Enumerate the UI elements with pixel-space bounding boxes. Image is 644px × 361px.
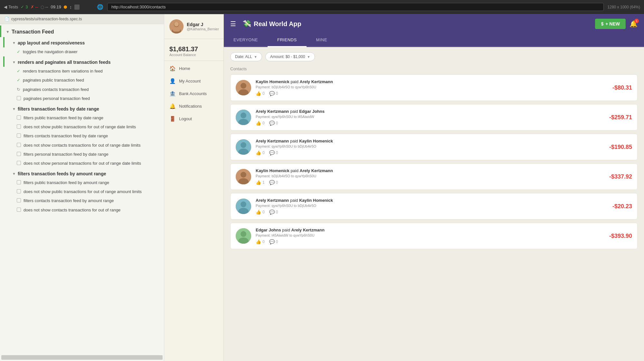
tx-like-5[interactable]: 👍 0: [256, 239, 265, 244]
transaction-item[interactable]: Arely Kertzmann paid Edgar Johns Payment…: [230, 104, 638, 131]
nav-item-logout[interactable]: 🚪 Logout: [164, 112, 223, 125]
tx-actions-3: 👍 1 💬 0: [256, 180, 605, 185]
test-item-no-show-public-date[interactable]: does not show public transactions for ou…: [0, 122, 164, 132]
stop-button[interactable]: [74, 5, 80, 10]
test-item-filter-personal-date[interactable]: filters personal transaction feed by dat…: [0, 150, 164, 159]
tab-everyone[interactable]: EVERYONE: [224, 34, 268, 46]
test-item-paginates-contacts[interactable]: ↻ paginates contacts transaction feed: [0, 85, 164, 94]
spin-icon: ↻: [17, 87, 20, 92]
date-filter-chevron: ▼: [254, 55, 257, 59]
tx-like-2[interactable]: 👍 0: [256, 150, 265, 155]
group2-header[interactable]: ▼ renders and paginates all transaction …: [5, 57, 115, 66]
group3-header[interactable]: ▼ filters transaction feeds by date rang…: [5, 104, 104, 113]
nav-item-notifications[interactable]: 🔔 Notifications: [164, 100, 223, 112]
group4-label: filters transaction feeds by amount rang…: [18, 171, 106, 176]
test-item-toggle-nav[interactable]: ✓ toggles the navigation drawer: [0, 47, 164, 56]
test-item-no-show-contacts-amount[interactable]: does not show contacts transactions for …: [0, 206, 164, 215]
like-icon: 👍: [256, 121, 261, 126]
hamburger-icon[interactable]: ☰: [230, 20, 236, 28]
test-item-paginates-public[interactable]: ✓ paginates public transaction feed: [0, 76, 164, 85]
test-item-paginates-personal[interactable]: paginates personal transaction feed: [0, 94, 164, 103]
comment-icon: 💬: [269, 180, 275, 185]
tx-actions-4: 👍 0 💬 0: [256, 210, 608, 215]
unchecked-box: [17, 198, 21, 202]
nav-item-home[interactable]: 🏠 Home: [164, 62, 223, 75]
nav-item-account[interactable]: 👤 My Account: [164, 75, 223, 87]
check-pass-icon: ✓: [17, 69, 20, 73]
tab-mine[interactable]: MINE: [307, 34, 337, 46]
svg-point-6: [241, 83, 246, 89]
top-bar-left: ◀ Tests ✓ 3 ✗ -- ◌ -- 09.19 ↕: [4, 5, 80, 10]
test-item-renders-variations[interactable]: ✓ renders transactions item variations i…: [0, 67, 164, 76]
transaction-item[interactable]: Arely Kertzmann paid Kaylin Homenick Pay…: [230, 193, 638, 220]
tx-comment-0[interactable]: 💬 0: [269, 91, 278, 96]
transaction-item[interactable]: Kaylin Homenick paid Arely Kertzmann Pay…: [230, 74, 638, 101]
test-group-app-layout: ▼ app layout and responsiveness ✓ toggle…: [0, 37, 164, 56]
test-item-filter-contacts-amount[interactable]: filters contacts transaction feed by amo…: [0, 196, 164, 205]
comment-count-4: 0: [276, 210, 278, 214]
test-item-filter-public-date[interactable]: filters public transaction feed by date …: [0, 113, 164, 122]
test-text: does not show public transactions for ou…: [24, 124, 136, 130]
unchecked-box: [17, 96, 21, 100]
tx-like-0[interactable]: 👍 0: [256, 91, 265, 96]
test-item-filter-contacts-date[interactable]: filters contacts transaction feed by dat…: [0, 132, 164, 141]
svg-rect-4: [173, 27, 180, 32]
back-button[interactable]: ◀ Tests: [4, 5, 18, 9]
tx-desc-2: Arely Kertzmann paid Kaylin Homenick: [256, 139, 605, 143]
transaction-item[interactable]: Kaylin Homenick paid Arely Kertzmann Pay…: [230, 163, 638, 190]
tab-friends[interactable]: FRIENDS: [268, 34, 307, 47]
group3-expand: ▼: [12, 107, 16, 111]
test-text: paginates contacts transaction feed: [23, 87, 89, 93]
horizontal-scrollbar[interactable]: [1, 355, 163, 360]
amount-filter-button[interactable]: Amount: $0 - $1,000 ▼: [265, 52, 315, 61]
app-sidebar: Edgar J @Katharina_Bernier $1,681.37 Acc…: [164, 14, 224, 361]
transaction-item[interactable]: Edgar Johns paid Arely Kertzmann Payment…: [230, 223, 638, 249]
test-item-no-show-public-amount[interactable]: does not show public transactions for ou…: [0, 187, 164, 196]
group1-header[interactable]: ▼ app layout and responsiveness: [5, 38, 89, 47]
tx-info-1: Arely Kertzmann paid Edgar Johns Payment…: [256, 109, 605, 126]
group2-label: renders and paginates all transaction fe…: [18, 60, 111, 65]
nav-item-bank[interactable]: 🏦 Bank Accounts: [164, 87, 223, 100]
tx-like-1[interactable]: 👍 0: [256, 121, 265, 126]
test-item-no-show-contacts-date[interactable]: does not show contacts transactions for …: [0, 141, 164, 150]
new-button[interactable]: $ + NEW: [595, 19, 626, 29]
tx-like-4[interactable]: 👍 0: [256, 210, 265, 215]
test-text: does not show contacts transactions for …: [24, 207, 120, 213]
tx-info-4: Arely Kertzmann paid Kaylin Homenick Pay…: [256, 198, 608, 215]
tx-comment-2[interactable]: 💬 0: [269, 150, 278, 155]
tx-comment-5[interactable]: 💬 0: [269, 239, 278, 244]
test-item-no-show-personal-date[interactable]: does not show personal transactions for …: [0, 159, 164, 168]
url-bar[interactable]: http://localhost:3000/contacts: [107, 3, 604, 11]
tx-amount-1: -$259.71: [609, 114, 632, 121]
tx-payment-3: Payment: bDjUb4ir5O to qywYp6hS0U: [256, 174, 605, 178]
amount-filter-label: Amount: $0 - $1,000: [270, 54, 305, 59]
notification-button[interactable]: 🔔 1: [630, 20, 638, 28]
unchecked-box: [17, 189, 21, 193]
test-list: ▼ Transaction Feed ▼ app layout and resp…: [0, 24, 164, 354]
group4-header[interactable]: ▼ filters transaction feeds by amount ra…: [5, 169, 111, 178]
suite-title[interactable]: ▼ Transaction Feed: [1, 26, 58, 37]
fail-count: ✗ --: [31, 5, 38, 9]
group1-expand: ▼: [12, 41, 16, 45]
transaction-item[interactable]: Arely Kertzmann paid Kaylin Homenick Pay…: [230, 134, 638, 160]
tx-comment-1[interactable]: 💬 0: [269, 121, 278, 126]
tx-desc-3: Kaylin Homenick paid Arely Kertzmann: [256, 168, 605, 173]
back-label: Tests: [8, 5, 18, 9]
tx-comment-3[interactable]: 💬 0: [269, 180, 278, 185]
tx-payment-1: Payment: qywYp6hS0U to l45AiwidW: [256, 115, 605, 119]
tx-avatar-1: [236, 110, 251, 125]
date-filter-button[interactable]: Date: ALL ▼: [230, 52, 262, 61]
comment-icon: 💬: [269, 150, 275, 155]
tab-bar: EVERYONE FRIENDS MINE: [224, 34, 644, 47]
balance-amount: $1,681.37: [169, 45, 218, 53]
tx-comment-4[interactable]: 💬 0: [269, 210, 278, 215]
tx-avatar-0: [236, 80, 251, 95]
tx-like-3[interactable]: 👍 1: [256, 180, 265, 185]
test-item-filter-public-amount[interactable]: filters public transaction feed by amoun…: [0, 178, 164, 187]
like-icon: 👍: [256, 239, 261, 244]
unchecked-box: [17, 152, 21, 156]
comment-icon: 💬: [269, 91, 275, 96]
app-layout: Edgar J @Katharina_Bernier $1,681.37 Acc…: [164, 14, 644, 361]
comment-count-1: 0: [276, 121, 278, 125]
tx-desc-5: Edgar Johns paid Arely Kertzmann: [256, 228, 605, 232]
